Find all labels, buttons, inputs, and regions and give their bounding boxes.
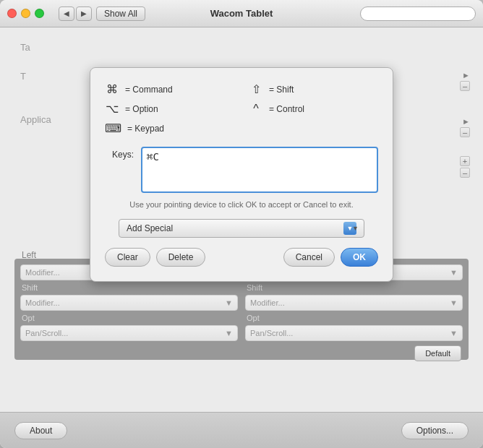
keys-row: Keys: (105, 147, 378, 193)
delete-button[interactable]: Delete (156, 248, 206, 267)
add-special-label: Add Special (127, 223, 173, 233)
legend-shift: ⇧ = Shift (249, 82, 378, 96)
traffic-lights (7, 9, 44, 18)
keypad-label: = Keypad (127, 124, 164, 134)
bg-dropdown-left-2: Modifier...▼ (20, 295, 238, 311)
minus-button-1[interactable]: – (460, 81, 470, 91)
command-label: = Command (125, 85, 173, 95)
tab-label-1: Ta (20, 42, 30, 53)
legend-control: ^ = Control (249, 102, 378, 116)
control-label: = Control (269, 104, 304, 114)
legend-command: ⌘ = Command (105, 82, 234, 96)
keypad-icon: ⌨ (105, 121, 121, 135)
control-icon: ^ (249, 103, 263, 116)
cancel-button[interactable]: Cancel (283, 248, 335, 267)
options-button[interactable]: Options... (401, 422, 469, 439)
add-special-row: Add Special ▼ (105, 219, 378, 238)
legend-option: ⌥ = Option (105, 102, 234, 116)
bottom-bar: About Options... (0, 412, 483, 448)
option-label: = Option (125, 104, 158, 114)
back-button[interactable]: ◀ (59, 7, 74, 21)
bg-dropdown-right-2: Modifier...▼ (245, 295, 463, 311)
window: ◀ ▶ Show All Wacom Tablet Ta T Applica ►… (0, 0, 483, 448)
ok-button[interactable]: OK (341, 248, 378, 267)
command-icon: ⌘ (105, 82, 119, 96)
titlebar: ◀ ▶ Show All Wacom Tablet (0, 0, 483, 27)
action-buttons: Clear Delete Cancel OK (105, 248, 378, 267)
add-special-button[interactable]: Add Special ▼ (119, 219, 364, 238)
show-all-button[interactable]: Show All (96, 7, 145, 21)
bg-label-right-2: Opt (245, 314, 463, 322)
default-button[interactable]: Default (414, 345, 461, 361)
option-icon: ⌥ (105, 102, 119, 116)
dialog: ⌘ = Command ⇧ = Shift ⌥ = Option ^ = Con… (90, 67, 393, 282)
main-content: Ta T Applica ► – ► – + – Modi (0, 27, 483, 412)
legend-keypad: ⌨ = Keypad (105, 121, 234, 135)
plus-button[interactable]: + (460, 156, 470, 166)
left-buttons: Clear Delete (105, 248, 205, 267)
nav-buttons: ◀ ▶ (59, 7, 92, 21)
close-button[interactable] (7, 9, 17, 18)
default-button-wrapper: Default (414, 345, 461, 361)
bg-label-right-1: Shift (245, 283, 463, 292)
clear-button[interactable]: Clear (105, 248, 150, 267)
forward-button[interactable]: ▶ (76, 7, 92, 21)
bg-dropdown-right-3: Pan/Scroll...▼ (245, 325, 463, 341)
add-special-wrapper: Add Special ▼ (119, 219, 364, 238)
side-controls: ► – ► – + – (460, 71, 470, 178)
maximize-button[interactable] (35, 9, 44, 18)
bg-dropdown-left-3: Pan/Scroll...▼ (20, 325, 238, 341)
keys-input[interactable] (141, 147, 378, 193)
keys-label: Keys: (105, 147, 134, 160)
minus-button-2[interactable]: – (460, 127, 470, 137)
tab-label-2: T (20, 71, 26, 82)
key-legend: ⌘ = Command ⇧ = Shift ⌥ = Option ^ = Con… (105, 82, 378, 135)
left-label: Left (22, 250, 36, 260)
application-label: Applica (20, 114, 51, 125)
bg-label-left-2: Opt (20, 314, 238, 322)
add-special-arrow-icon: ▼ (343, 222, 356, 235)
hint-text: Use your pointing device to click OK to … (105, 200, 378, 209)
shift-icon: ⇧ (249, 82, 263, 96)
search-input[interactable] (360, 7, 476, 21)
about-button[interactable]: About (14, 422, 67, 439)
window-title: Wacom Tablet (210, 8, 273, 19)
minus-button-3[interactable]: – (460, 168, 470, 178)
minimize-button[interactable] (21, 9, 30, 18)
bg-label-left-1: Shift (20, 283, 238, 292)
shift-label: = Shift (269, 85, 294, 95)
right-buttons: Cancel OK (283, 248, 378, 267)
